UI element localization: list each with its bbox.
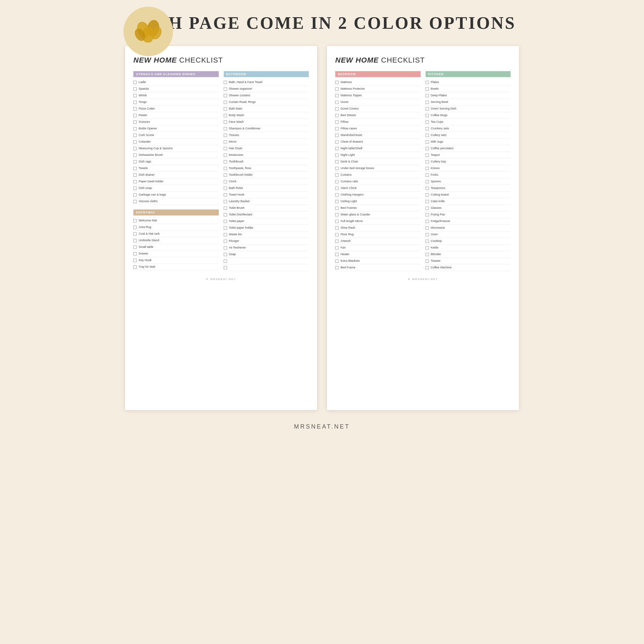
checkbox[interactable] (335, 81, 339, 84)
checkbox[interactable] (426, 213, 429, 216)
checklist-item[interactable]: Toilet Disinfectant (224, 211, 309, 218)
checkbox[interactable] (335, 193, 339, 197)
checklist-item[interactable]: Plates (426, 79, 511, 86)
checklist-item[interactable]: Paper towel holder (133, 178, 219, 185)
checkbox[interactable] (133, 173, 137, 177)
checklist-item[interactable]: Duvet (335, 99, 421, 106)
checklist-item[interactable]: Body Wash (224, 112, 309, 119)
checklist-item[interactable]: Towel Hook (224, 192, 309, 198)
checklist-item[interactable]: Garbage can & bags (133, 192, 219, 198)
checkbox[interactable] (224, 246, 227, 250)
checkbox[interactable] (335, 200, 339, 203)
checkbox[interactable] (335, 160, 339, 163)
checkbox[interactable] (133, 180, 137, 183)
checkbox[interactable] (224, 213, 227, 216)
checklist-item[interactable]: Bed Frames (335, 205, 421, 211)
checkbox[interactable] (335, 187, 339, 190)
checklist-item[interactable]: Toothpaste, floss (224, 165, 309, 172)
checklist-item[interactable]: Floor Rug (335, 231, 421, 238)
checklist-item[interactable]: Bath Mats (224, 106, 309, 112)
checkbox[interactable] (335, 173, 339, 177)
checkbox[interactable] (224, 107, 227, 111)
checkbox[interactable] (426, 266, 429, 269)
checklist-item[interactable]: Coffee percolator (426, 145, 511, 152)
checklist-item[interactable]: Pizza Cutter (133, 106, 219, 112)
checkbox[interactable] (224, 81, 227, 84)
checklist-item[interactable]: Tea Cups (426, 119, 511, 125)
checkbox[interactable] (133, 160, 137, 163)
checklist-item[interactable]: Toaster (426, 258, 511, 264)
checklist-item[interactable]: Dish soap (133, 185, 219, 192)
checklist-item[interactable]: Serving Bowl (426, 99, 511, 106)
checkbox[interactable] (335, 259, 339, 263)
checkbox[interactable] (224, 167, 227, 170)
checklist-item[interactable]: Heater (335, 251, 421, 258)
checkbox[interactable] (133, 200, 137, 203)
checklist-item[interactable]: Waste bin (224, 231, 309, 238)
checkbox[interactable] (335, 246, 339, 250)
checkbox[interactable] (224, 173, 227, 177)
checklist-item[interactable]: Kettle (426, 245, 511, 251)
checklist-item[interactable]: Milk Jugs (426, 139, 511, 145)
checkbox[interactable] (224, 240, 227, 243)
checkbox[interactable] (426, 233, 429, 236)
checklist-item[interactable]: Blender (426, 251, 511, 258)
checkbox[interactable] (224, 114, 227, 117)
checklist-item[interactable]: Oven/ Serving Dish (426, 106, 511, 112)
checkbox[interactable] (426, 200, 429, 203)
checklist-item[interactable]: Pillow cases (335, 125, 421, 132)
checkbox[interactable] (133, 101, 137, 104)
checklist-item[interactable]: Towels (133, 165, 219, 172)
checkbox[interactable] (426, 180, 429, 183)
checkbox[interactable] (133, 259, 137, 262)
checkbox[interactable] (335, 140, 339, 144)
checklist-item[interactable]: Deep Plates (426, 92, 511, 99)
checkbox[interactable] (335, 154, 339, 157)
checklist-item[interactable]: Curtain Road, Rings (224, 99, 309, 106)
checkbox[interactable] (224, 200, 227, 203)
checkbox[interactable] (426, 226, 429, 230)
checklist-item[interactable]: Dish rags (133, 159, 219, 165)
checkbox[interactable] (335, 167, 339, 170)
checklist-item[interactable]: Extra Blankets (335, 258, 421, 264)
checkbox[interactable] (426, 120, 429, 124)
checkbox[interactable] (426, 240, 429, 243)
checklist-item[interactable]: Cake knife (426, 198, 511, 205)
checkbox[interactable] (426, 259, 429, 263)
checklist-item[interactable]: Teaspoons (426, 185, 511, 192)
checkbox[interactable] (426, 140, 429, 144)
checklist-item[interactable]: Tongs (133, 99, 219, 106)
checklist-item[interactable]: Desk & Chair (335, 159, 421, 165)
checklist-item[interactable]: Key Hook (133, 257, 219, 264)
checkbox[interactable] (335, 226, 339, 230)
checkbox[interactable] (224, 160, 227, 163)
checklist-item[interactable]: Cutting board (426, 192, 511, 198)
checklist-item[interactable]: Oven (426, 231, 511, 238)
checkbox[interactable] (426, 154, 429, 157)
checklist-item[interactable]: Duvet Covers (335, 106, 421, 112)
checklist-item[interactable]: Clock (224, 178, 309, 185)
checkbox[interactable] (133, 219, 137, 222)
checklist-item[interactable]: Mirror (224, 139, 309, 145)
checkbox[interactable] (133, 252, 137, 255)
checkbox[interactable] (335, 180, 339, 183)
checklist-item[interactable]: Toilet paper (224, 218, 309, 225)
checklist-item[interactable]: Mattress Topper (335, 92, 421, 99)
checklist-item[interactable]: Ladle (133, 79, 219, 86)
checklist-item[interactable]: Measuring Cup & Spoons (133, 145, 219, 152)
checklist-item[interactable]: Scissors (133, 119, 219, 125)
checkbox[interactable] (224, 147, 227, 150)
checkbox[interactable] (335, 253, 339, 256)
checklist-item[interactable]: Laundry Basket (224, 198, 309, 205)
checkbox[interactable] (335, 134, 339, 137)
checklist-item[interactable]: Dishwasher Brush (133, 152, 219, 159)
checkbox[interactable] (133, 226, 137, 229)
checklist-item[interactable]: Air freshener (224, 245, 309, 251)
checklist-item[interactable]: Crockery sets (426, 125, 511, 132)
checklist-item[interactable]: Teapot (426, 152, 511, 159)
checklist-item[interactable]: Coffee Machine (426, 264, 511, 271)
checkbox[interactable] (335, 213, 339, 216)
checklist-item[interactable]: Under-bed storage boxes (335, 165, 421, 172)
checkbox[interactable] (224, 101, 227, 104)
checkbox[interactable] (224, 226, 227, 230)
